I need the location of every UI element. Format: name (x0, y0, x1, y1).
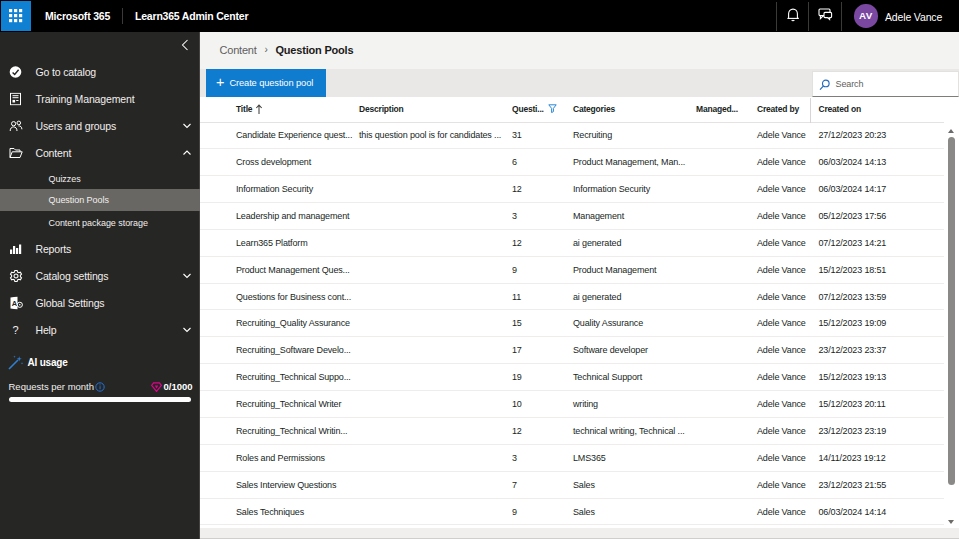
svg-text:A: A (12, 298, 18, 307)
